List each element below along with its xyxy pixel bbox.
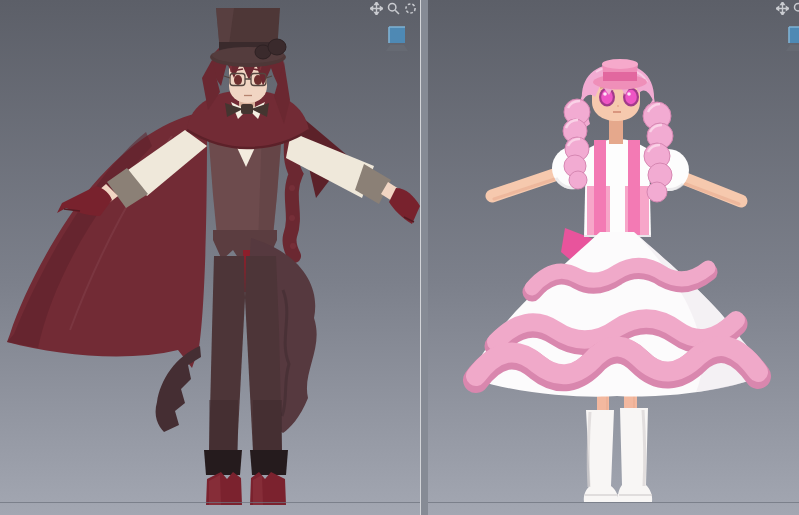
male-right-arm bbox=[286, 132, 420, 224]
ground-line bbox=[0, 502, 420, 503]
female-bodice bbox=[584, 139, 651, 237]
gizmo-base bbox=[386, 45, 408, 51]
gizmo-base bbox=[786, 45, 799, 51]
male-top-hat bbox=[210, 8, 286, 67]
view-cube-gizmo[interactable] bbox=[780, 26, 799, 54]
model-male-character[interactable] bbox=[0, 0, 420, 515]
male-coattail-left bbox=[156, 346, 201, 432]
pan-icon[interactable] bbox=[370, 2, 383, 15]
viewport-toolbar bbox=[370, 2, 417, 15]
female-boots bbox=[584, 408, 652, 502]
app-window bbox=[0, 0, 799, 515]
male-boots bbox=[206, 472, 286, 505]
view-cube-gizmo[interactable] bbox=[380, 26, 412, 54]
viewport-splitter[interactable] bbox=[421, 0, 428, 515]
female-skirt bbox=[475, 232, 760, 397]
zoom-icon[interactable] bbox=[387, 2, 400, 15]
male-ankle-cuff bbox=[250, 450, 288, 475]
male-pants bbox=[209, 256, 282, 452]
viewport-left[interactable] bbox=[0, 0, 421, 515]
viewport-toolbar bbox=[776, 2, 799, 15]
gizmo-cube-face bbox=[389, 27, 405, 43]
pan-icon[interactable] bbox=[776, 2, 789, 15]
viewport-right[interactable] bbox=[428, 0, 799, 515]
male-ankle-cuff bbox=[204, 450, 242, 475]
ground-line bbox=[428, 502, 799, 503]
rotate-icon[interactable] bbox=[404, 2, 417, 15]
gizmo-cube-face bbox=[789, 27, 799, 43]
model-female-character[interactable] bbox=[428, 0, 799, 515]
zoom-icon[interactable] bbox=[793, 2, 799, 15]
